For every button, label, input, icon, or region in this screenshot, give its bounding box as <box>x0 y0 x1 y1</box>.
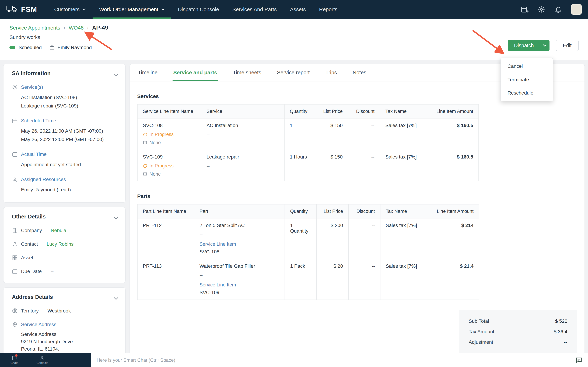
terms-text: None <box>149 140 161 145</box>
menu-item-reschedule[interactable]: Reschedule <box>501 86 553 100</box>
dispatch-button-label[interactable]: Dispatch <box>508 40 540 51</box>
dispatch-dropdown-menu: Cancel Terminate Reschedule <box>501 58 553 101</box>
services-table: Service Line Item Name Service Quantity … <box>137 104 479 181</box>
status-badge: Scheduled <box>18 45 42 50</box>
due-date-value: -- <box>50 269 54 274</box>
breadcrumb-service-appointments[interactable]: Service Appointments <box>9 25 60 31</box>
breadcrumb-wo48[interactable]: WO48 <box>69 25 84 31</box>
chevron-down-icon <box>82 8 86 10</box>
main-nav: Customers Work Order Management Dispatch… <box>48 0 344 19</box>
book-icon <box>143 172 147 176</box>
tab-notes[interactable]: Notes <box>352 64 367 81</box>
status-text: In Progress <box>149 132 173 137</box>
discount-cell: -- <box>348 259 380 300</box>
dispatch-caret-button[interactable] <box>540 40 550 51</box>
nav-label: Customers <box>54 7 80 12</box>
app-logo[interactable]: FSM <box>6 5 37 14</box>
chats-button[interactable]: Chats <box>10 355 18 365</box>
list-price-cell: $ 20 <box>317 259 348 300</box>
nav-label: Assets <box>290 7 306 12</box>
discount-cell: -- <box>348 150 380 181</box>
menu-item-cancel[interactable]: Cancel <box>501 60 553 73</box>
contacts-button[interactable]: Contacts <box>36 355 48 365</box>
assignee: Emily Raymond <box>49 45 92 50</box>
breadcrumb-separator: › <box>64 25 65 30</box>
edit-button[interactable]: Edit <box>556 40 579 51</box>
gear-icon[interactable] <box>538 6 545 13</box>
nav-reports[interactable]: Reports <box>312 0 344 19</box>
tab-service-report[interactable]: Service report <box>276 64 311 81</box>
subtotal-row: Sub Total $ 520 <box>469 316 567 326</box>
terms: None <box>143 171 196 177</box>
grid-icon <box>12 255 18 261</box>
dispatch-button[interactable]: Dispatch <box>508 40 550 51</box>
service-row[interactable]: SVC-108 In Progress <box>137 118 479 150</box>
user-avatar[interactable] <box>571 4 582 15</box>
service-value: AC Installation (SVC-108) <box>21 93 118 102</box>
field-label: Assigned Resources <box>21 177 66 182</box>
part-line-item-name: PRT-112 <box>137 218 194 259</box>
adjustment-row: Adjustment -- <box>469 337 567 347</box>
tax-amount-label: Tax Amount <box>469 329 494 334</box>
field-label: Service(s) <box>21 84 43 90</box>
contact-link[interactable]: Lucy Robins <box>47 241 74 247</box>
service-row[interactable]: SVC-109 In Progress <box>137 150 479 181</box>
nav-customers[interactable]: Customers <box>48 0 93 19</box>
calendar-icon <box>12 151 18 157</box>
part-line-item-name: PRT-113 <box>137 259 194 300</box>
company-link[interactable]: Nebula <box>51 228 66 233</box>
chevron-down-icon <box>161 8 165 10</box>
column-header: Service Line Item Name <box>137 104 201 118</box>
topbar-actions <box>521 4 582 15</box>
tab-trips[interactable]: Trips <box>325 64 337 81</box>
parts-table: Part Line Item Name Part Quantity List P… <box>137 204 479 300</box>
service-line-item-value: SVC-108 <box>199 249 279 255</box>
globe-icon <box>12 308 18 314</box>
menu-item-terminate[interactable]: Terminate <box>501 73 553 86</box>
app-root: FSM Customers Work Order Management Disp… <box>0 0 588 367</box>
collapse-icon[interactable] <box>114 214 118 219</box>
nav-work-order-management[interactable]: Work Order Management <box>93 0 171 19</box>
breadcrumb-separator: › <box>87 25 89 30</box>
quantity-cell: 1 Hours <box>284 150 316 181</box>
card-title: SA Information <box>12 70 51 76</box>
smart-chat-input[interactable] <box>97 358 571 363</box>
field-label: Service Address <box>21 322 56 327</box>
collapse-icon[interactable] <box>114 295 118 299</box>
tax-amount-value: $ 36.4 <box>554 329 567 334</box>
address-line: Service Address <box>21 331 118 338</box>
part-row[interactable]: PRT-112 2 Ton 5 Star Split AC -- Service… <box>137 218 479 259</box>
top-navbar: FSM Customers Work Order Management Disp… <box>0 0 588 19</box>
nav-dispatch-console[interactable]: Dispatch Console <box>171 0 226 19</box>
asset-row: Asset -- <box>12 255 118 261</box>
card-head: Other Details <box>12 214 118 220</box>
contacts-label: Contacts <box>36 361 48 365</box>
nav-assets[interactable]: Assets <box>283 0 312 19</box>
territory-value: Westbrook <box>47 308 71 314</box>
tab-service-and-parts[interactable]: Service and parts <box>173 64 218 81</box>
nav-services-and-parts[interactable]: Services And Parts <box>226 0 283 19</box>
service-line-item-name: SVC-108 <box>143 123 196 128</box>
status-text: In Progress <box>149 163 173 169</box>
column-header: Discount <box>348 104 380 118</box>
services-gear-icon <box>12 84 18 90</box>
smart-chat-icon[interactable] <box>575 357 582 364</box>
list-price-cell: $ 200 <box>317 218 348 259</box>
book-icon <box>143 141 147 145</box>
adjustment-label: Adjustment <box>469 339 493 345</box>
discount-cell: -- <box>348 218 380 259</box>
calendar-icon <box>12 268 18 274</box>
line-item-amount-cell: $ 160.5 <box>427 150 479 181</box>
appointment-subject: Sundry works <box>9 34 579 40</box>
collapse-icon[interactable] <box>114 71 118 76</box>
scheduled-time-field: Scheduled Time May 26, 2022 11:00 AM (GM… <box>12 118 118 144</box>
tab-timeline[interactable]: Timeline <box>137 64 158 81</box>
tax-cell: Sales tax [7%] <box>380 150 427 181</box>
services-field: Service(s) AC Installation (SVC-108) Lea… <box>12 84 118 110</box>
subtotal-label: Sub Total <box>469 318 489 324</box>
part-row[interactable]: PRT-113 Waterproof Tile Gap Filler -- Se… <box>137 259 479 300</box>
calendar-add-icon[interactable] <box>521 6 528 13</box>
tab-time-sheets[interactable]: Time sheets <box>232 64 262 81</box>
bell-icon[interactable] <box>554 6 562 13</box>
card-head: Address Details <box>12 294 118 300</box>
